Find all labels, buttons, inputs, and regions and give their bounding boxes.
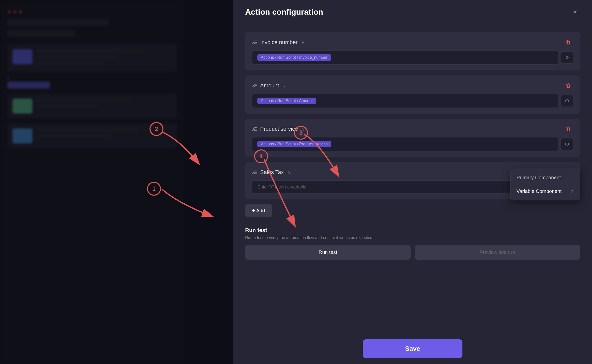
save-button[interactable]: Save xyxy=(363,339,462,358)
settings-button[interactable]: ⚙ xyxy=(561,95,573,107)
run-test-description: Run a test to verify the automation flow… xyxy=(245,236,580,240)
chevron-down-icon: ∨ xyxy=(302,127,305,131)
field-value-tag: Actions / Run Script / Amount xyxy=(257,98,316,104)
run-test-buttons: Run test Preview last run xyxy=(245,245,580,260)
delete-field-button[interactable]: 🗑 xyxy=(564,81,573,90)
field-header: Æ Product service ∨ 🗑 xyxy=(252,125,573,133)
chevron-down-icon: ∨ xyxy=(288,170,291,175)
delete-field-button[interactable]: 🗑 xyxy=(564,38,573,47)
placeholder-text: Enter "/" insert a variable xyxy=(257,184,307,190)
component-dropdown-menu: Primary Component Variable Component ✓ xyxy=(510,169,580,200)
dropdown-item-label: Primary Component xyxy=(517,175,561,181)
panel-title: Action configuration xyxy=(245,7,323,17)
panel-body: Æ Invoice number ∨ 🗑 Actions / Run Scrip… xyxy=(233,24,592,333)
field-label: Amount xyxy=(260,82,279,89)
field-card-amount: Æ Amount ∨ 🗑 Actions / Run Script / Amou… xyxy=(245,75,580,114)
action-configuration-panel: Action configuration × Æ Invoice number … xyxy=(233,0,592,364)
field-input[interactable]: Actions / Run Script / Invoice_number xyxy=(252,51,558,64)
settings-button[interactable]: ⚙ xyxy=(561,138,573,150)
chevron-down-icon: ∨ xyxy=(301,40,304,45)
dropdown-item-primary[interactable]: Primary Component xyxy=(511,171,580,184)
field-label: Invoice number xyxy=(260,39,297,46)
settings-button[interactable]: ⚙ xyxy=(561,52,573,63)
close-button[interactable]: × xyxy=(570,7,580,17)
field-label-group[interactable]: Æ Invoice number ∨ xyxy=(252,39,304,46)
delete-field-button[interactable]: 🗑 xyxy=(564,125,573,133)
add-field-button[interactable]: + Add xyxy=(245,204,272,217)
preview-last-run-button[interactable]: Preview last run xyxy=(415,245,580,260)
field-type-icon: Æ xyxy=(252,170,257,175)
field-header: Æ Invoice number ∨ 🗑 xyxy=(252,38,573,47)
field-label: Product service xyxy=(260,126,298,132)
field-input[interactable]: Actions / Run Script / Product_service xyxy=(252,137,558,151)
field-value-row: Actions / Run Script / Amount ⚙ xyxy=(252,94,573,108)
field-type-icon: Æ xyxy=(252,83,257,89)
field-value-tag: Actions / Run Script / Invoice_number xyxy=(257,54,331,61)
run-test-section: Run test Run a test to verify the automa… xyxy=(245,227,580,260)
field-label-group[interactable]: Æ Sales Tax ∨ xyxy=(252,169,291,176)
field-input[interactable]: Actions / Run Script / Amount xyxy=(252,94,558,108)
field-card-invoice-number: Æ Invoice number ∨ 🗑 Actions / Run Scrip… xyxy=(245,32,580,70)
panel-footer: Save xyxy=(233,333,592,364)
field-label: Sales Tax xyxy=(260,169,284,176)
field-header: Æ Amount ∨ 🗑 xyxy=(252,81,573,90)
field-type-icon: Æ xyxy=(252,40,257,45)
run-test-title: Run test xyxy=(245,227,580,234)
check-icon: ✓ xyxy=(570,189,574,194)
run-test-button[interactable]: Run test xyxy=(245,245,411,260)
dropdown-item-variable[interactable]: Variable Component ✓ xyxy=(511,184,580,198)
panel-header: Action configuration × xyxy=(233,0,592,24)
dropdown-item-label: Variable Component xyxy=(517,188,562,194)
field-card-product-service: Æ Product service ∨ 🗑 Actions / Run Scri… xyxy=(245,119,580,157)
field-type-icon: Æ xyxy=(252,126,257,132)
chevron-down-icon: ∨ xyxy=(283,83,286,88)
field-value-row: Actions / Run Script / Product_service ⚙ xyxy=(252,137,573,151)
field-value-tag: Actions / Run Script / Product_service xyxy=(257,141,331,147)
field-label-group[interactable]: Æ Amount ∨ xyxy=(252,82,286,89)
field-label-group[interactable]: Æ Product service ∨ xyxy=(252,126,305,132)
field-value-row: Actions / Run Script / Invoice_number ⚙ xyxy=(252,51,573,64)
